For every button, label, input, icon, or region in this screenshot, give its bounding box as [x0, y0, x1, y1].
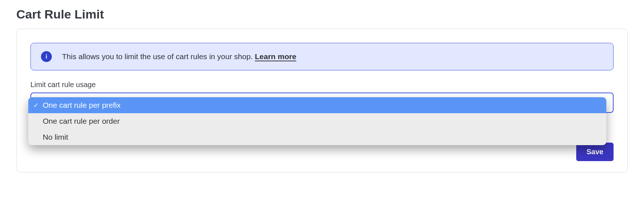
option-label: One cart rule per order — [43, 117, 120, 125]
info-banner: i This allows you to limit the use of ca… — [30, 43, 614, 70]
settings-card: i This allows you to limit the use of ca… — [16, 29, 628, 172]
info-icon: i — [41, 51, 52, 62]
select-option-no-limit[interactable]: No limit — [28, 129, 606, 145]
check-icon: ✓ — [33, 102, 38, 109]
option-label: No limit — [43, 133, 68, 141]
option-label: One cart rule per prefix — [43, 101, 121, 109]
select-option-per-order[interactable]: One cart rule per order — [28, 113, 606, 129]
select-option-per-prefix[interactable]: ✓ One cart rule per prefix — [28, 97, 606, 113]
page-title: Cart Rule Limit — [16, 7, 628, 21]
save-button[interactable]: Save — [576, 143, 614, 161]
select-dropdown: ✓ One cart rule per prefix One cart rule… — [28, 97, 606, 145]
field-label-limit: Limit cart rule usage — [30, 81, 614, 89]
learn-more-link[interactable]: Learn more — [255, 52, 296, 61]
info-banner-message: This allows you to limit the use of cart… — [62, 52, 255, 61]
limit-select[interactable]: ✓ One cart rule per prefix One cart rule… — [30, 93, 614, 113]
info-banner-text: This allows you to limit the use of cart… — [62, 52, 296, 61]
